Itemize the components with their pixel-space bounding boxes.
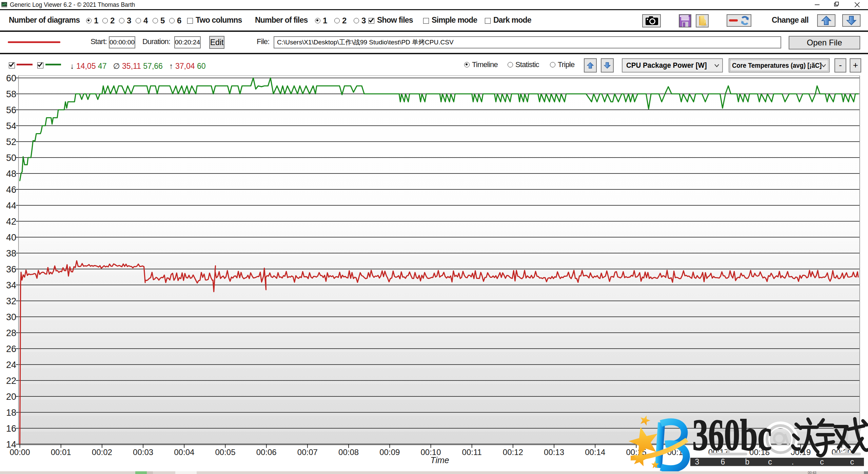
svg-text:32: 32	[6, 296, 16, 306]
svg-text:00:05: 00:05	[215, 448, 235, 457]
svg-text:42: 42	[6, 217, 16, 227]
svg-text:00:02: 00:02	[92, 448, 112, 457]
svg-text:c: c	[768, 457, 772, 466]
svg-text:48: 48	[6, 169, 16, 179]
svg-text:00:43: 00:43	[808, 471, 816, 474]
svg-text:46: 46	[6, 185, 16, 195]
svg-text:00:00: 00:00	[9, 448, 30, 457]
svg-text:00:13: 00:13	[544, 448, 564, 457]
svg-text:00:01: 00:01	[51, 448, 71, 457]
svg-text:00:11: 00:11	[462, 448, 482, 457]
svg-text:60: 60	[6, 73, 16, 83]
svg-text:30: 30	[6, 312, 16, 322]
svg-text:c: c	[820, 457, 824, 466]
svg-text:24: 24	[6, 360, 16, 370]
svg-text:00:12: 00:12	[503, 448, 523, 457]
svg-text:00:08: 00:08	[338, 448, 359, 457]
svg-text:26: 26	[6, 344, 16, 354]
svg-text:40: 40	[6, 232, 16, 243]
svg-text:44: 44	[6, 201, 16, 211]
svg-text:58: 58	[6, 89, 16, 99]
svg-text:50: 50	[6, 153, 16, 163]
svg-text:56: 56	[6, 105, 16, 115]
svg-text:16: 16	[6, 424, 16, 434]
svg-text:00:09: 00:09	[379, 448, 400, 457]
svg-text:54: 54	[6, 121, 16, 131]
svg-text:00:03: 00:03	[133, 448, 153, 457]
svg-text:34: 34	[6, 280, 16, 290]
svg-text:3: 3	[695, 457, 699, 466]
svg-text:.: .	[792, 457, 794, 466]
svg-text:b: b	[745, 457, 750, 466]
svg-text:20: 20	[6, 392, 16, 402]
svg-text:52: 52	[6, 137, 16, 147]
svg-text:00:04: 00:04	[174, 448, 194, 457]
svg-text:22: 22	[6, 376, 16, 386]
svg-text:38: 38	[6, 248, 16, 259]
svg-text:c: c	[850, 457, 854, 466]
svg-text:360bc: 360bc	[692, 410, 772, 459]
svg-text:18: 18	[6, 408, 16, 418]
svg-text:Time: Time	[430, 455, 449, 465]
svg-text:6: 6	[721, 457, 725, 466]
svg-text:36: 36	[6, 264, 16, 274]
svg-text:00:07: 00:07	[297, 448, 318, 457]
svg-text:00:06: 00:06	[256, 448, 277, 457]
svg-text:28: 28	[6, 328, 16, 338]
svg-text:00:14: 00:14	[585, 448, 605, 457]
